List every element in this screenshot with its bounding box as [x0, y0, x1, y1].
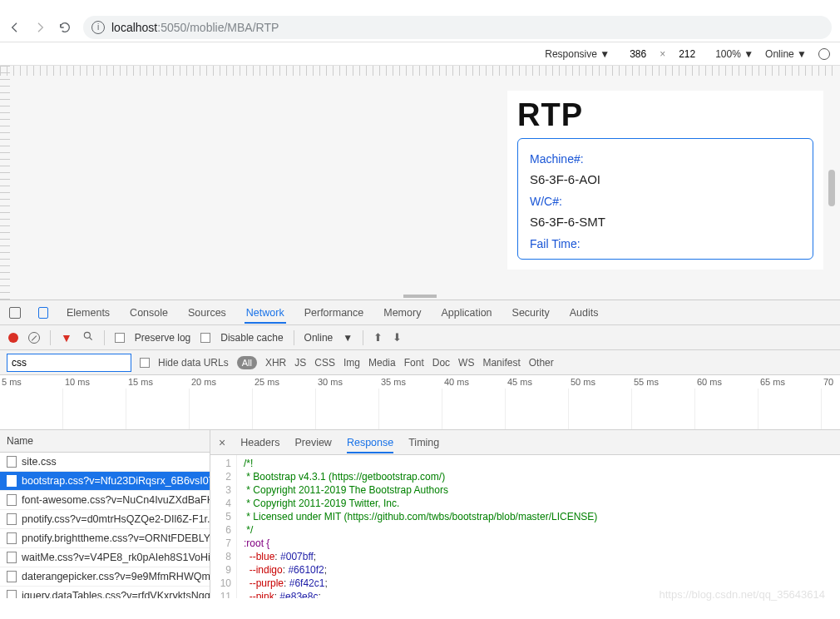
page-scrollbar[interactable] [828, 170, 835, 206]
hide-data-urls-label: Hide data URLs [158, 357, 229, 369]
file-icon [7, 456, 17, 468]
device-mode-select[interactable]: Responsive ▼ [545, 48, 610, 60]
filter-type-manifest[interactable]: Manifest [482, 357, 520, 369]
filter-type-img[interactable]: Img [343, 357, 360, 369]
tab-network[interactable]: Network [245, 302, 286, 324]
tab-elements[interactable]: Elements [65, 302, 111, 324]
preserve-log-checkbox[interactable] [115, 333, 125, 343]
back-icon[interactable] [8, 21, 22, 34]
timeline-tick: 60 ms [695, 377, 758, 387]
request-item[interactable]: waitMe.css?v=V4PE8_rk0pAIeh8S1VoHi... [0, 548, 210, 567]
viewport-height-input[interactable] [670, 48, 704, 60]
timeline-tick: 45 ms [506, 377, 569, 387]
file-icon [7, 513, 17, 525]
close-detail-icon[interactable]: × [219, 436, 225, 449]
site-info-icon[interactable]: i [91, 21, 105, 34]
throttle-select[interactable]: Online ▼ [765, 48, 807, 60]
rendered-page: RTP Machine#: S6-3F-6-AOI W/C#: S6-3F-6-… [507, 91, 823, 270]
download-har-icon[interactable]: ⬇ [393, 331, 402, 344]
request-name: jquery.dataTables.css?v=rfdVKxryktsNgq..… [22, 590, 210, 598]
tab-console[interactable]: Console [128, 302, 170, 324]
timeline-tick: 10 ms [63, 377, 126, 387]
forward-icon[interactable] [33, 21, 47, 34]
ruler-vertical [0, 66, 10, 300]
preserve-log-label: Preserve log [135, 332, 190, 344]
upload-har-icon[interactable]: ⬆ [373, 331, 383, 344]
machine-label: Machine#: [530, 152, 801, 166]
throttle-select[interactable]: Online [304, 332, 334, 344]
devtools-panel: ElementsConsoleSourcesNetworkPerformance… [0, 300, 840, 598]
dim-x: × [660, 48, 665, 60]
filter-type-all[interactable]: All [237, 356, 257, 369]
rotate-icon[interactable] [818, 48, 830, 60]
svg-point-0 [84, 332, 90, 338]
page-preview: RTP Machine#: S6-3F-6-AOI W/C#: S6-3F-6-… [0, 66, 840, 300]
request-item[interactable]: font-awesome.css?v=NuCn4IvuZXdBaFK... [0, 491, 210, 510]
search-icon[interactable] [82, 330, 94, 344]
record-icon[interactable] [8, 333, 18, 343]
browser-toolbar: i localhost:5050/moblie/MBA/RTP [0, 12, 840, 42]
waterfall-timeline[interactable]: 5 ms10 ms15 ms20 ms25 ms30 ms35 ms40 ms4… [0, 375, 840, 430]
request-list: Name site.cssbootstrap.css?v=Nfu23DiRqsr… [0, 430, 210, 598]
wc-value: S6-3F-6-SMT [530, 215, 801, 229]
filter-row: Hide data URLs AllXHRJSCSSImgMediaFontDo… [0, 350, 840, 375]
detail-tab-timing[interactable]: Timing [408, 432, 439, 453]
tab-security[interactable]: Security [511, 302, 551, 324]
detail-tab-headers[interactable]: Headers [240, 432, 279, 453]
request-item[interactable]: jquery.dataTables.css?v=rfdVKxryktsNgq..… [0, 587, 210, 598]
viewport-width-input[interactable] [621, 48, 655, 60]
file-icon [7, 475, 17, 487]
detail-tab-response[interactable]: Response [347, 432, 393, 453]
url-text: localhost:5050/moblie/MBA/RTP [111, 21, 279, 34]
devtools-tabs: ElementsConsoleSourcesNetworkPerformance… [0, 300, 840, 325]
file-icon [7, 494, 17, 506]
device-toggle-icon[interactable] [37, 306, 50, 319]
fail-time-label: Fail Time: [530, 237, 801, 250]
name-column-header[interactable]: Name [0, 430, 210, 453]
zoom-select[interactable]: 100% ▼ [715, 48, 754, 60]
request-name: daterangepicker.css?v=9e9MfmRHWQm... [22, 571, 210, 582]
divider [294, 330, 294, 345]
tab-application[interactable]: Application [439, 302, 493, 324]
request-item[interactable]: bootstrap.css?v=Nfu23DiRqsrx_6B6vsI0T... [0, 472, 210, 491]
tab-memory[interactable]: Memory [382, 302, 422, 324]
address-bar[interactable]: i localhost:5050/moblie/MBA/RTP [83, 16, 832, 39]
reload-icon[interactable] [58, 21, 72, 34]
inspect-element-icon[interactable] [8, 306, 22, 319]
divider [50, 330, 51, 345]
request-item[interactable]: pnotify.brighttheme.css?v=ORNtFDEBLY... [0, 529, 210, 548]
detail-tab-preview[interactable]: Preview [294, 432, 331, 453]
request-item[interactable]: daterangepicker.css?v=9e9MfmRHWQm... [0, 567, 210, 587]
request-name: waitMe.css?v=V4PE8_rk0pAIeh8S1VoHi... [22, 552, 210, 563]
ruler-horizontal [0, 66, 835, 76]
file-icon [7, 532, 17, 544]
request-detail: × HeadersPreviewResponseTiming 123456789… [210, 430, 840, 598]
filter-type-css[interactable]: CSS [314, 357, 335, 369]
filter-type-other[interactable]: Other [529, 357, 554, 369]
request-name: site.css [22, 456, 57, 468]
hide-data-urls-checkbox[interactable] [140, 358, 150, 368]
tab-audits[interactable]: Audits [568, 302, 600, 324]
timeline-tick: 30 ms [316, 377, 379, 387]
tab-sources[interactable]: Sources [186, 302, 228, 324]
network-toolbar: ▼ Preserve log Disable cache Online▼ ⬆ ⬇ [0, 325, 840, 350]
disable-cache-checkbox[interactable] [200, 333, 210, 343]
filter-toggle-icon[interactable]: ▼ [61, 331, 72, 344]
request-item[interactable]: pnotify.css?v=d0mtrHsQZQe2-DIl6Z-F1r... [0, 510, 210, 529]
filter-type-doc[interactable]: Doc [432, 357, 450, 369]
filter-type-media[interactable]: Media [368, 357, 396, 369]
info-card: Machine#: S6-3F-6-AOI W/C#: S6-3F-6-SMT … [517, 138, 813, 260]
filter-type-ws[interactable]: WS [458, 357, 474, 369]
filter-input[interactable] [7, 354, 131, 372]
request-item[interactable]: site.css [0, 453, 210, 472]
disable-cache-label: Disable cache [220, 332, 283, 344]
timeline-tick: 35 ms [379, 377, 442, 387]
clear-icon[interactable] [28, 332, 40, 344]
filter-type-font[interactable]: Font [404, 357, 424, 369]
filter-type-xhr[interactable]: XHR [265, 357, 286, 369]
tab-performance[interactable]: Performance [303, 302, 366, 324]
timeline-tick: 50 ms [569, 377, 632, 387]
response-code[interactable]: 123456789101112 /*! * Bootstrap v4.3.1 (… [210, 455, 840, 598]
filter-type-js[interactable]: JS [294, 357, 306, 369]
devtools-drag-handle[interactable] [403, 295, 437, 298]
